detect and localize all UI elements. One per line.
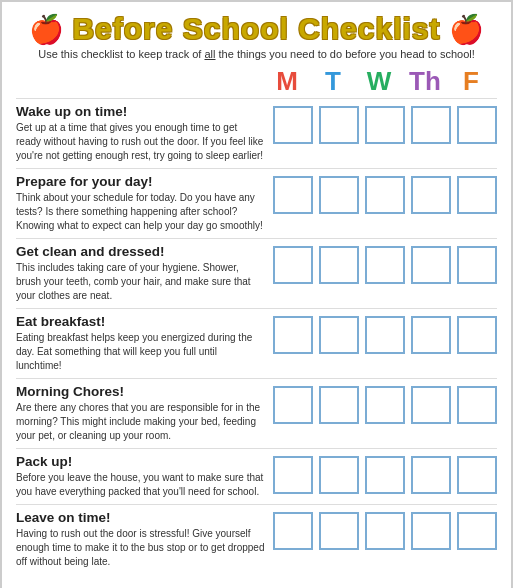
day-thursday-label: Th (405, 68, 445, 94)
checkbox-wednesday[interactable] (365, 246, 405, 284)
checkbox-friday[interactable] (457, 316, 497, 354)
list-item: Pack up! Before you leave the house, you… (16, 448, 497, 499)
item-desc: Having to rush out the door is stressful… (16, 527, 265, 569)
checkbox-monday[interactable] (273, 176, 313, 214)
checkbox-thursday[interactable] (411, 106, 451, 144)
checkbox-thursday[interactable] (411, 386, 451, 424)
checkbox-wednesday[interactable] (365, 456, 405, 494)
checkbox-monday[interactable] (273, 246, 313, 284)
checkbox-tuesday[interactable] (319, 316, 359, 354)
day-tuesday-label: T (313, 68, 353, 94)
item-checkboxes (273, 510, 497, 550)
checkbox-monday[interactable] (273, 386, 313, 424)
item-checkboxes (273, 104, 497, 144)
checkbox-monday[interactable] (273, 512, 313, 550)
list-item: Wake up on time! Get up at a time that g… (16, 98, 497, 163)
checkbox-tuesday[interactable] (319, 106, 359, 144)
checkbox-thursday[interactable] (411, 176, 451, 214)
item-desc: Before you leave the house, you want to … (16, 471, 265, 499)
checklist: Wake up on time! Get up at a time that g… (16, 98, 497, 569)
checkbox-thursday[interactable] (411, 456, 451, 494)
item-title: Pack up! (16, 454, 265, 469)
apple-left-icon: 🍎 (29, 13, 64, 46)
page-title: Before School Checklist (72, 12, 440, 46)
item-content: Leave on time! Having to rush out the do… (16, 510, 273, 569)
list-item: Leave on time! Having to rush out the do… (16, 504, 497, 569)
checkbox-monday[interactable] (273, 316, 313, 354)
checkbox-friday[interactable] (457, 176, 497, 214)
item-title: Leave on time! (16, 510, 265, 525)
checklist-page: 🍎 Before School Checklist 🍎 Use this che… (0, 0, 513, 588)
item-title: Get clean and dressed! (16, 244, 265, 259)
item-desc: Get up at a time that gives you enough t… (16, 121, 265, 163)
item-checkboxes (273, 174, 497, 214)
item-desc: Are there any chores that you are respon… (16, 401, 265, 443)
item-desc: Eating breakfast helps keep you energize… (16, 331, 265, 373)
subtitle-emphasis: all (204, 48, 215, 60)
checkbox-thursday[interactable] (411, 512, 451, 550)
list-item: Get clean and dressed! This includes tak… (16, 238, 497, 303)
item-checkboxes (273, 314, 497, 354)
subtitle: Use this checklist to keep track of all … (16, 48, 497, 60)
subtitle-start: Use this checklist to keep track of (38, 48, 204, 60)
checkbox-wednesday[interactable] (365, 316, 405, 354)
checkbox-thursday[interactable] (411, 316, 451, 354)
subtitle-end: the things you need to do before you hea… (216, 48, 475, 60)
item-title: Eat breakfast! (16, 314, 265, 329)
item-title: Prepare for your day! (16, 174, 265, 189)
days-header-row: M T W Th F (16, 68, 497, 94)
item-checkboxes (273, 384, 497, 424)
checkbox-tuesday[interactable] (319, 456, 359, 494)
title-row: 🍎 Before School Checklist 🍎 (16, 12, 497, 46)
checkbox-tuesday[interactable] (319, 176, 359, 214)
item-desc: This includes taking care of your hygien… (16, 261, 265, 303)
checkbox-friday[interactable] (457, 246, 497, 284)
checkbox-tuesday[interactable] (319, 246, 359, 284)
day-labels: M T W Th F (267, 68, 491, 94)
checkbox-wednesday[interactable] (365, 176, 405, 214)
item-checkboxes (273, 454, 497, 494)
list-item: Prepare for your day! Think about your s… (16, 168, 497, 233)
checkbox-tuesday[interactable] (319, 512, 359, 550)
checkbox-monday[interactable] (273, 456, 313, 494)
day-friday-label: F (451, 68, 491, 94)
list-item: Eat breakfast! Eating breakfast helps ke… (16, 308, 497, 373)
item-content: Pack up! Before you leave the house, you… (16, 454, 273, 499)
checkbox-friday[interactable] (457, 456, 497, 494)
item-content: Wake up on time! Get up at a time that g… (16, 104, 273, 163)
checkbox-friday[interactable] (457, 512, 497, 550)
checkbox-friday[interactable] (457, 386, 497, 424)
checkbox-wednesday[interactable] (365, 386, 405, 424)
header: 🍎 Before School Checklist 🍎 Use this che… (16, 12, 497, 60)
apple-right-icon: 🍎 (449, 13, 484, 46)
checkbox-friday[interactable] (457, 106, 497, 144)
item-content: Prepare for your day! Think about your s… (16, 174, 273, 233)
item-title: Wake up on time! (16, 104, 265, 119)
checkbox-monday[interactable] (273, 106, 313, 144)
item-content: Get clean and dressed! This includes tak… (16, 244, 273, 303)
checkbox-wednesday[interactable] (365, 512, 405, 550)
day-monday-label: M (267, 68, 307, 94)
item-checkboxes (273, 244, 497, 284)
list-item: Morning Chores! Are there any chores tha… (16, 378, 497, 443)
day-wednesday-label: W (359, 68, 399, 94)
checkbox-tuesday[interactable] (319, 386, 359, 424)
checkbox-thursday[interactable] (411, 246, 451, 284)
checkbox-wednesday[interactable] (365, 106, 405, 144)
item-desc: Think about your schedule for today. Do … (16, 191, 265, 233)
item-content: Morning Chores! Are there any chores tha… (16, 384, 273, 443)
item-title: Morning Chores! (16, 384, 265, 399)
item-content: Eat breakfast! Eating breakfast helps ke… (16, 314, 273, 373)
